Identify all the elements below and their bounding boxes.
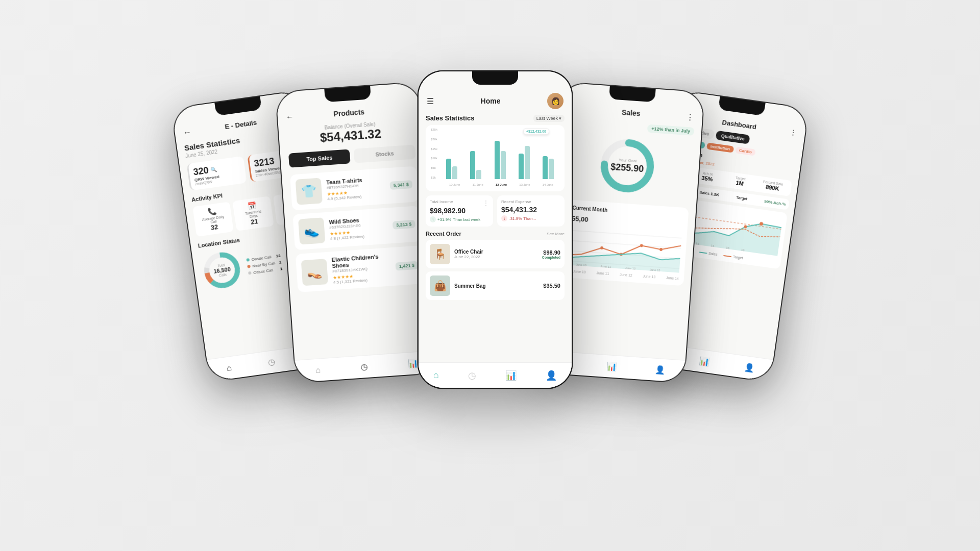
calendar-icon: 📅 <box>248 201 257 210</box>
svg-text:June 10: June 10 <box>576 263 587 267</box>
phone3-chart-nav[interactable]: 📊 <box>505 370 517 381</box>
phone5-target-legend: Target <box>723 254 743 260</box>
income-change-sub: Than last week <box>453 217 480 222</box>
order-item-2: 👜 Summer Bag $35.50 <box>426 271 565 300</box>
phone4-x-12: June 12 <box>620 272 632 277</box>
phone5-dots-icon[interactable]: ⋮ <box>789 128 797 137</box>
phone3-income-card: Total Income ⋮ $98,982.90 ↑ +31.9% Than … <box>426 195 493 227</box>
phone2-stats-nav[interactable]: 📊 <box>407 358 418 368</box>
home-nav-icon[interactable]: ⌂ <box>226 363 232 373</box>
phone4-goal-donut: Your Goal $255.90 <box>595 133 660 198</box>
svg-point-13 <box>659 248 663 251</box>
phone5-sales-legend: Sales <box>699 250 718 256</box>
target-line-color <box>723 255 731 257</box>
expense-sub: Than... <box>523 216 536 221</box>
svg-point-12 <box>640 244 643 247</box>
nearby-value: 2 <box>277 260 282 265</box>
phone2-title: Products <box>333 108 365 118</box>
income-up-icon: ↑ <box>430 216 436 222</box>
phone3-timer-nav[interactable]: ◷ <box>468 370 476 381</box>
phone2-product-2: 👟 Wild Shoes #63782GJ23HE6 ★★★★★ 4.8 (1,… <box>292 206 421 250</box>
phone1-back-button[interactable]: ← <box>183 127 192 137</box>
svg-text:14: 14 <box>710 244 715 247</box>
phone4-chart-nav[interactable]: 📊 <box>606 361 617 371</box>
see-more-button[interactable]: See More <box>547 232 565 236</box>
phone5-sales-label: Sales 1.2K <box>699 190 720 197</box>
order-price-1: $98.90 <box>542 249 560 256</box>
product-badge-1: 5,341 $ <box>389 180 412 190</box>
bar-4-light <box>525 146 530 179</box>
phone2-back-button[interactable]: ← <box>285 112 294 122</box>
product-img-kids-shoes: 👡 <box>301 259 328 286</box>
phone4-badge: +12% than in July <box>647 124 695 136</box>
phone5-filter-institution[interactable]: Institution <box>706 142 734 153</box>
phone3-title: Home <box>481 97 501 105</box>
date-label-11: 11 June <box>472 183 483 186</box>
phone2-home-nav[interactable]: ⌂ <box>315 365 321 375</box>
phone4-profile-nav[interactable]: 👤 <box>655 365 666 375</box>
expense-change: ↓ -31.9% Than... <box>501 215 560 221</box>
phone2-tab-topsales[interactable]: Top Sales <box>288 149 351 167</box>
bar-4-teal <box>519 154 524 179</box>
phone3-nav: ⌂ ◷ 📊 👤 <box>419 362 572 388</box>
phone3-profile-nav[interactable]: 👤 <box>546 370 557 381</box>
onsite-dot <box>246 258 250 262</box>
phone5-chart-nav[interactable]: 📊 <box>699 356 710 367</box>
phone2-tab-stocks[interactable]: Stocks <box>354 144 416 163</box>
phone5-legend-sales: Sales <box>708 252 718 256</box>
expense-label: Recent Expense <box>501 199 560 204</box>
phone1-location-legend: Onsite Call 12 Near By Call 2 Offsite Ca… <box>246 253 283 276</box>
phone5-profile-nav[interactable]: 👤 <box>744 362 755 373</box>
date-label-13: 13 June <box>519 183 530 186</box>
bar-3-teal <box>495 141 500 179</box>
product-info-shoes: Wild Shoes #63782GJ23HE6 ★★★★★ 4.8 (1,42… <box>329 215 388 241</box>
phone2-product-3: 👡 Elastic Children's Shoes #8718391JHK1W… <box>296 245 425 292</box>
product-info-kids-shoes: Elastic Children's Shoes #8718391JHK1WQ … <box>331 253 391 285</box>
phone-3-home: ☰ Home 👩 Sales Statistics Last Week ▾ +$… <box>419 71 572 388</box>
phone5-toggle-qualitative[interactable]: Qualitative <box>716 131 750 144</box>
phone3-menu-icon[interactable]: ☰ <box>427 96 434 106</box>
income-change: ↑ +31.9% Than last week <box>430 216 489 222</box>
chart-nav-icon[interactable]: ◷ <box>267 357 276 367</box>
order-details-1: Office Chair June 22, 2022 <box>454 249 483 259</box>
svg-line-7 <box>563 240 681 248</box>
phone4-line-chart: ne Current Month $355,00 <box>555 199 689 286</box>
phone4-goal-value: $255.90 <box>610 162 644 174</box>
date-label-10: 10 June <box>449 183 460 186</box>
phone1-stat-qrw: 320 🔍 QRW Viewed 2min/QRW <box>186 156 247 191</box>
phone4-x-11: June 11 <box>596 271 609 276</box>
phone5-filter-cardio[interactable]: Cardio <box>735 146 756 156</box>
phone3-home-nav[interactable]: ⌂ <box>433 370 439 381</box>
phone3-expense-card: Recent Expense $54,431.32 ↓ -31.9% Than.… <box>497 195 565 227</box>
order-status-1: Completed <box>542 256 560 259</box>
bar-1-teal <box>446 159 451 179</box>
phone5-ach-pct: 90% Ach.% <box>764 199 786 207</box>
phone3-avatar[interactable]: 👩 <box>547 93 564 109</box>
phone3-section-title: Sales Statistics <box>426 114 474 122</box>
svg-text:June 12: June 12 <box>625 266 636 270</box>
phone1-title: E - Details <box>225 118 257 131</box>
bar-5-teal <box>543 156 548 179</box>
offsite-label: Offsite Call <box>253 267 274 274</box>
phone-2-products: ← Products Balance (Overall Sale) $54,43… <box>276 83 439 383</box>
sales-line-color <box>699 252 707 254</box>
phone2-chart-nav[interactable]: ◷ <box>360 362 368 372</box>
income-value: $98,982.90 <box>430 207 489 215</box>
order-img-bag: 👜 <box>430 276 450 296</box>
phone3-period[interactable]: Last Week ▾ <box>533 115 565 122</box>
order-price-2: $35.50 <box>543 283 560 289</box>
income-pct: +31.9% <box>437 217 451 222</box>
date-label-12: 12 June <box>496 183 507 186</box>
phone1-kpi-call-value: 32 <box>210 223 218 232</box>
bar-badge: +$12,432.00 <box>523 128 549 135</box>
offsite-value: 1 <box>278 266 283 271</box>
svg-text:June 13: June 13 <box>650 268 661 272</box>
phone4-svg-chart: 0 June 10 June 11 June 12 June 13 <box>561 225 682 274</box>
phone5-title: Dashboard <box>722 118 757 131</box>
phone4-dots-icon[interactable]: ⋮ <box>685 112 694 122</box>
phone1-kpi-field-value: 21 <box>250 217 258 226</box>
phone4-x-13: June 13 <box>643 274 655 279</box>
phone4-title: Sales <box>621 108 641 118</box>
svg-text:16: 16 <box>741 248 745 252</box>
svg-text:June 11: June 11 <box>600 265 611 269</box>
